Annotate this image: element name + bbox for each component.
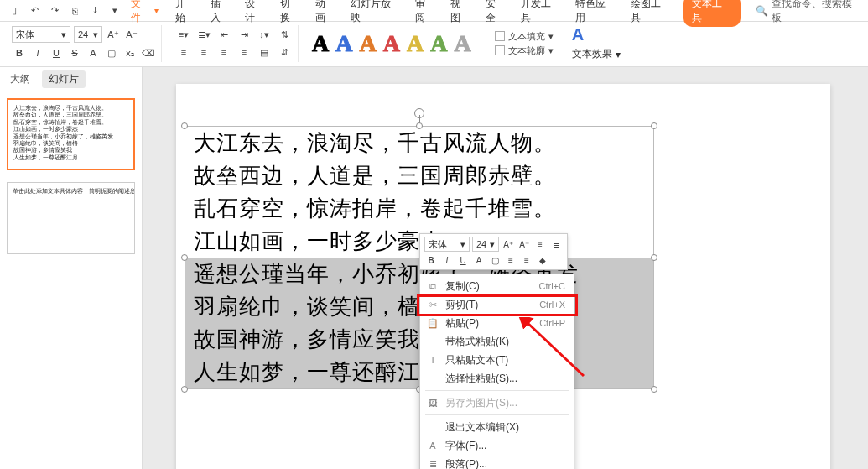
text-dir-button[interactable]: ⇵ — [276, 44, 293, 60]
mini-align2[interactable]: ≡ — [520, 253, 533, 267]
poem-line[interactable]: 故垒西边，人道是，三国周郎赤壁。 — [185, 159, 653, 192]
ctx-item-1[interactable]: ✂剪切(T)Ctrl+X — [420, 295, 574, 314]
mini-font-select[interactable]: 宋体▾ — [424, 237, 470, 252]
columns-button[interactable]: ▤ — [256, 44, 273, 60]
clear-format-button[interactable]: ⌫ — [141, 45, 156, 60]
qat-icon[interactable]: ↶ — [27, 3, 42, 18]
text-style-preset-6[interactable]: A — [454, 30, 470, 57]
text-style-preset-0[interactable]: A — [312, 30, 329, 57]
text-outline-button[interactable]: 文本轮廓▾ — [495, 44, 554, 57]
tab-slides[interactable]: 幻灯片 — [42, 70, 86, 88]
slide-thumb-1[interactable]: 大江东去，浪淘尽，千古风流人物。故垒西边，人道是，三国周郎赤壁。乱石穿空，惊涛拍… — [7, 98, 135, 170]
align-right-button[interactable]: ≡ — [216, 44, 232, 60]
ctx-item-label: 粘贴(P) — [445, 316, 533, 331]
underline-button[interactable]: U — [49, 45, 64, 60]
mini-underline[interactable]: U — [456, 253, 470, 267]
text-style-preset-3[interactable]: A — [383, 30, 400, 57]
ctx-item-5[interactable]: 选择性粘贴(S)... — [420, 369, 574, 388]
resize-handle[interactable] — [181, 122, 188, 129]
ctx-item-3[interactable]: 带格式粘贴(K) — [420, 332, 574, 351]
paragraph-group: ≡▾ ≣▾ ⇤ ⇥ ↕▾ ⇅ ≡ ≡ ≡ ≡ ▤ ⇵ — [170, 25, 299, 62]
qat-icon[interactable]: ⎘ — [67, 3, 82, 18]
align-justify-button[interactable]: ≡ — [236, 44, 252, 60]
resize-handle[interactable] — [416, 122, 423, 129]
mini-grow-font[interactable]: A⁺ — [502, 237, 515, 251]
mini-shrink-font[interactable]: A⁻ — [517, 237, 531, 251]
qat-icon[interactable]: ▾ — [107, 3, 122, 18]
ctx-item-2[interactable]: 📋粘贴(P)Ctrl+P — [420, 314, 574, 332]
mini-align[interactable]: ≡ — [504, 253, 517, 267]
mini-italic[interactable]: I — [440, 253, 454, 267]
resize-handle[interactable] — [181, 254, 188, 261]
ctx-item-0[interactable]: ⧉复制(C)Ctrl+C — [420, 277, 574, 295]
menu-item-10[interactable]: 特色应用 — [574, 0, 617, 27]
menu-item-7[interactable]: 视图 — [449, 0, 472, 27]
mini-size-select[interactable]: 24▾ — [472, 237, 499, 252]
subscript-button[interactable]: x₂ — [122, 45, 138, 60]
menu-item-2[interactable]: 设计 — [243, 0, 267, 27]
font-color-button[interactable]: A — [86, 45, 101, 60]
resize-handle[interactable] — [651, 254, 657, 261]
mini-numbering[interactable]: ≣ — [549, 237, 563, 251]
mini-highlight[interactable]: ▢ — [488, 253, 502, 267]
shrink-font-icon[interactable]: A⁻ — [124, 27, 139, 42]
poem-line[interactable]: 大江东去，浪淘尽，千古风流人物。 — [185, 127, 653, 159]
mini-bullets[interactable]: ≡ — [533, 237, 547, 251]
resize-handle[interactable] — [651, 122, 657, 129]
align-left-button[interactable]: ≡ — [175, 44, 192, 60]
menu-item-1[interactable]: 插入 — [209, 0, 232, 27]
menu-item-11[interactable]: 绘图工具 — [629, 0, 673, 27]
menu-item-12[interactable]: 文本工具 — [683, 0, 741, 27]
highlight-button[interactable]: ▢ — [104, 45, 119, 60]
font-size-select[interactable]: 24▾ — [74, 26, 102, 43]
tab-outline[interactable]: 大纲 — [7, 70, 34, 88]
menu-item-4[interactable]: 动画 — [314, 0, 337, 27]
resize-handle[interactable] — [651, 386, 657, 393]
file-menu[interactable]: 文件 — [131, 0, 151, 25]
menu-item-6[interactable]: 审阅 — [413, 0, 437, 27]
ctx-item-label: 复制(C) — [445, 279, 533, 294]
qat-icon[interactable]: ⤓ — [87, 3, 102, 18]
menu-item-0[interactable]: 开始 — [174, 0, 197, 27]
mini-font-color[interactable]: A — [472, 253, 486, 267]
search-box[interactable]: 🔍 查找命令、搜索模板 — [756, 0, 861, 25]
menu-item-9[interactable]: 开发工具 — [519, 0, 563, 27]
poem-line[interactable]: 乱石穿空，惊涛拍岸，卷起千堆雪。 — [185, 192, 653, 225]
slide-thumb-2[interactable]: 单击此处添加文本具体内容，简明扼要的阐述您的观点。 — [7, 182, 135, 254]
ctx-item-10[interactable]: A字体(F)... — [420, 436, 574, 455]
text-fill-button[interactable]: 文本填充▾ — [495, 30, 554, 43]
strike-button[interactable]: S — [67, 45, 82, 60]
font-name-select[interactable]: 宋体▾ — [12, 26, 70, 43]
align-center-button[interactable]: ≡ — [195, 44, 212, 60]
text-effects-btn-group: A 文本效果▾ — [567, 25, 626, 62]
text-effects-label[interactable]: 文本效果▾ — [572, 47, 621, 61]
menu-item-5[interactable]: 幻灯片放映 — [349, 0, 402, 27]
mini-shape-fill[interactable]: ◆ — [536, 253, 549, 267]
ctx-item-label: 剪切(T) — [445, 298, 533, 312]
menu-item-8[interactable]: 安全 — [484, 0, 507, 27]
qat-icon[interactable]: ▯ — [7, 3, 22, 18]
indent-dec-button[interactable]: ⇤ — [216, 27, 232, 42]
resize-handle[interactable] — [181, 386, 188, 393]
text-effects-button[interactable]: A — [572, 25, 621, 44]
ctx-item-4[interactable]: T只粘贴文本(T) — [420, 351, 574, 369]
line-spacing-button[interactable]: ↕▾ — [256, 27, 273, 42]
text-effects-group: 文本填充▾ 文本轮廓▾ — [490, 25, 559, 62]
italic-button[interactable]: I — [30, 45, 45, 60]
ctx-item-9[interactable]: 退出文本编辑(X) — [420, 418, 574, 436]
mini-bold[interactable]: B — [424, 253, 438, 267]
numbering-button[interactable]: ≣▾ — [195, 27, 212, 42]
bullets-button[interactable]: ≡▾ — [175, 27, 192, 42]
text-style-preset-2[interactable]: A — [359, 30, 376, 57]
grow-font-icon[interactable]: A⁺ — [106, 27, 121, 42]
indent-inc-button[interactable]: ⇥ — [236, 27, 252, 42]
file-menu-dropdown-icon[interactable]: ▾ — [154, 6, 159, 15]
qat-icon[interactable]: ↷ — [47, 3, 62, 18]
sort-button[interactable]: ⇅ — [276, 27, 293, 42]
text-style-preset-1[interactable]: A — [335, 30, 352, 57]
menu-item-3[interactable]: 切换 — [278, 0, 302, 27]
text-style-preset-4[interactable]: A — [407, 30, 424, 57]
bold-button[interactable]: B — [12, 45, 27, 60]
text-style-preset-5[interactable]: A — [430, 30, 447, 57]
ctx-item-11[interactable]: ≣段落(P)... — [420, 455, 574, 469]
